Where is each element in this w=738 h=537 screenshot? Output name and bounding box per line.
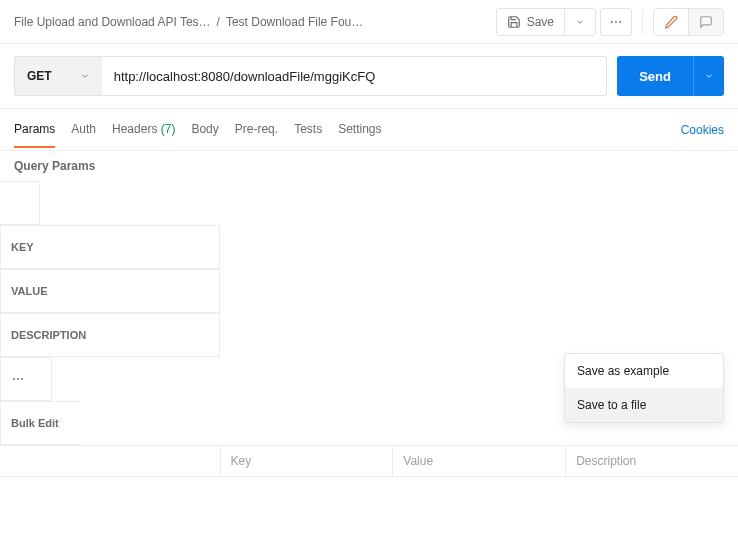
tab-headers-count: (7) <box>161 122 176 136</box>
breadcrumb-collection[interactable]: File Upload and Download API Tes… <box>14 15 211 29</box>
tab-headers[interactable]: Headers (7) <box>112 111 175 148</box>
bulk-edit-button[interactable]: Bulk Edit <box>0 401 80 445</box>
request-tabs: Params Auth Headers (7) Body Pre-req. Te… <box>14 111 681 148</box>
view-split <box>653 8 724 36</box>
send-button[interactable]: Send <box>617 56 693 96</box>
breadcrumb-current[interactable]: Test Download File Fou… <box>226 15 363 29</box>
svg-point-3 <box>13 378 15 380</box>
qp-desc-input[interactable] <box>576 454 728 468</box>
edit-button[interactable] <box>654 9 688 35</box>
save-button[interactable]: Save <box>497 9 564 35</box>
header-divider <box>642 10 643 34</box>
cookies-link[interactable]: Cookies <box>681 123 724 137</box>
save-response-menu: Save as example Save to a file <box>564 353 724 423</box>
qp-col-desc: DESCRIPTION <box>0 313 220 357</box>
save-icon <box>507 15 521 29</box>
menu-save-example[interactable]: Save as example <box>565 354 723 388</box>
comment-button[interactable] <box>688 9 723 35</box>
tab-headers-label: Headers <box>112 122 157 136</box>
svg-point-2 <box>619 21 621 23</box>
svg-point-0 <box>611 21 613 23</box>
qp-col-key: KEY <box>0 225 220 269</box>
send-caret[interactable] <box>693 56 724 96</box>
query-params-title: Query Params <box>0 151 738 181</box>
ellipsis-icon <box>11 372 25 386</box>
url-input[interactable] <box>102 56 608 96</box>
chevron-down-icon <box>80 71 90 81</box>
svg-point-4 <box>17 378 19 380</box>
svg-point-5 <box>21 378 23 380</box>
tab-body[interactable]: Body <box>191 111 218 148</box>
qp-col-meta[interactable] <box>0 357 52 401</box>
qp-value-input[interactable] <box>403 454 555 468</box>
pencil-icon <box>664 15 678 29</box>
send-split: Send <box>617 56 724 96</box>
qp-key-input[interactable] <box>231 454 383 468</box>
breadcrumb: File Upload and Download API Tes… / Test… <box>14 15 496 29</box>
tab-settings[interactable]: Settings <box>338 111 381 148</box>
query-params-table: KEY VALUE DESCRIPTION Bulk Edit <box>0 181 738 477</box>
save-label: Save <box>527 15 554 29</box>
tab-params[interactable]: Params <box>14 111 55 148</box>
menu-save-file[interactable]: Save to a file <box>565 388 723 422</box>
qp-col-value: VALUE <box>0 269 220 313</box>
http-method-label: GET <box>27 69 52 83</box>
tab-tests[interactable]: Tests <box>294 111 322 148</box>
chevron-down-icon <box>575 17 585 27</box>
chevron-down-icon <box>704 71 714 81</box>
save-split: Save <box>496 8 596 36</box>
table-row <box>0 446 738 477</box>
http-method-select[interactable]: GET <box>14 56 102 96</box>
save-caret[interactable] <box>564 9 595 35</box>
tab-auth[interactable]: Auth <box>71 111 96 148</box>
comment-icon <box>699 15 713 29</box>
breadcrumb-separator: / <box>217 15 220 29</box>
svg-point-1 <box>615 21 617 23</box>
ellipsis-icon <box>609 15 623 29</box>
more-button[interactable] <box>600 8 632 36</box>
qp-row-handle[interactable] <box>0 446 220 477</box>
tab-prereq[interactable]: Pre-req. <box>235 111 278 148</box>
qp-col-blank <box>0 181 40 225</box>
